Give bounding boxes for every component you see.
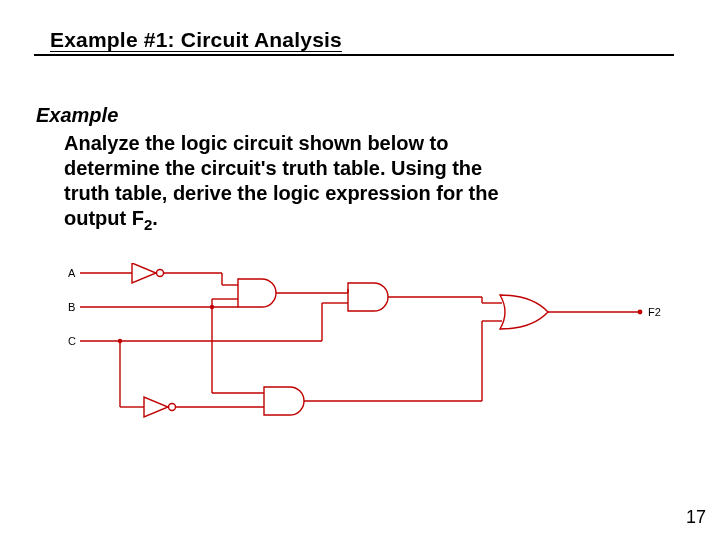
- body-line-1: Analyze the logic circuit shown below to: [64, 132, 449, 154]
- page-number: 17: [686, 507, 706, 528]
- example-body: Analyze the logic circuit shown below to…: [64, 131, 624, 235]
- input-label-c: C: [68, 335, 76, 347]
- not-gate-2: [144, 397, 176, 417]
- title-underline-rule: [34, 54, 674, 56]
- not-gate-1: [132, 263, 164, 283]
- title-wrap: Example #1: Circuit Analysis: [50, 28, 684, 52]
- output-node: [638, 309, 643, 314]
- slide-title: Example #1: Circuit Analysis: [50, 28, 342, 51]
- and-gate-1: [238, 279, 276, 307]
- example-heading: Example: [36, 104, 684, 127]
- body-line-2: determine the circuit's truth table. Usi…: [64, 157, 482, 179]
- slide: Example #1: Circuit Analysis Example Ana…: [0, 0, 720, 540]
- output-label: F2: [648, 306, 661, 318]
- input-label-b: B: [68, 301, 75, 313]
- circuit-diagram: A B C: [62, 263, 682, 443]
- or-gate: [500, 295, 548, 329]
- and-gate-2: [348, 283, 388, 311]
- body-line-4a: output F: [64, 207, 144, 229]
- circuit-svg: A B C: [62, 263, 682, 443]
- body-line-3: truth table, derive the logic expression…: [64, 182, 499, 204]
- input-label-a: A: [68, 267, 76, 279]
- body-line-4b: .: [152, 207, 158, 229]
- and-gate-3: [264, 387, 304, 415]
